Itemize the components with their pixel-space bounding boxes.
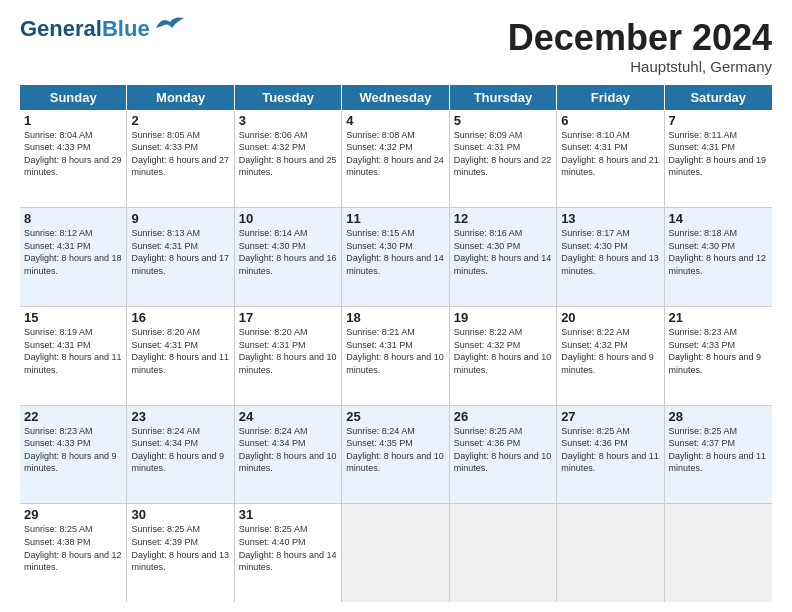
calendar-week-3: 15Sunrise: 8:19 AMSunset: 4:31 PMDayligh…: [20, 307, 772, 406]
cal-cell-3-4: 18Sunrise: 8:21 AMSunset: 4:31 PMDayligh…: [342, 307, 449, 405]
header-thursday: Thursday: [450, 85, 557, 110]
day-number: 30: [131, 507, 229, 522]
day-number: 19: [454, 310, 552, 325]
day-number: 23: [131, 409, 229, 424]
day-number: 28: [669, 409, 768, 424]
cal-cell-3-7: 21Sunrise: 8:23 AMSunset: 4:33 PMDayligh…: [665, 307, 772, 405]
cal-cell-4-7: 28Sunrise: 8:25 AMSunset: 4:37 PMDayligh…: [665, 406, 772, 504]
cal-cell-5-3: 31Sunrise: 8:25 AMSunset: 4:40 PMDayligh…: [235, 504, 342, 602]
cal-cell-4-6: 27Sunrise: 8:25 AMSunset: 4:36 PMDayligh…: [557, 406, 664, 504]
cal-cell-5-7: [665, 504, 772, 602]
day-number: 6: [561, 113, 659, 128]
day-number: 2: [131, 113, 229, 128]
cal-cell-5-4: [342, 504, 449, 602]
cell-info: Sunrise: 8:12 AMSunset: 4:31 PMDaylight:…: [24, 227, 122, 277]
cell-info: Sunrise: 8:08 AMSunset: 4:32 PMDaylight:…: [346, 129, 444, 179]
day-number: 14: [669, 211, 768, 226]
day-number: 13: [561, 211, 659, 226]
title-block: December 2024 Hauptstuhl, Germany: [508, 18, 772, 75]
day-number: 3: [239, 113, 337, 128]
header-tuesday: Tuesday: [235, 85, 342, 110]
cell-info: Sunrise: 8:13 AMSunset: 4:31 PMDaylight:…: [131, 227, 229, 277]
cell-info: Sunrise: 8:11 AMSunset: 4:31 PMDaylight:…: [669, 129, 768, 179]
calendar-week-1: 1Sunrise: 8:04 AMSunset: 4:33 PMDaylight…: [20, 110, 772, 209]
day-number: 17: [239, 310, 337, 325]
cell-info: Sunrise: 8:06 AMSunset: 4:32 PMDaylight:…: [239, 129, 337, 179]
header-friday: Friday: [557, 85, 664, 110]
header-monday: Monday: [127, 85, 234, 110]
cal-cell-1-2: 2Sunrise: 8:05 AMSunset: 4:33 PMDaylight…: [127, 110, 234, 208]
cal-cell-1-1: 1Sunrise: 8:04 AMSunset: 4:33 PMDaylight…: [20, 110, 127, 208]
cell-info: Sunrise: 8:04 AMSunset: 4:33 PMDaylight:…: [24, 129, 122, 179]
day-number: 10: [239, 211, 337, 226]
cell-info: Sunrise: 8:21 AMSunset: 4:31 PMDaylight:…: [346, 326, 444, 376]
cell-info: Sunrise: 8:20 AMSunset: 4:31 PMDaylight:…: [239, 326, 337, 376]
cal-cell-5-1: 29Sunrise: 8:25 AMSunset: 4:38 PMDayligh…: [20, 504, 127, 602]
cal-cell-3-2: 16Sunrise: 8:20 AMSunset: 4:31 PMDayligh…: [127, 307, 234, 405]
day-number: 22: [24, 409, 122, 424]
cal-cell-3-6: 20Sunrise: 8:22 AMSunset: 4:32 PMDayligh…: [557, 307, 664, 405]
cell-info: Sunrise: 8:25 AMSunset: 4:37 PMDaylight:…: [669, 425, 768, 475]
cell-info: Sunrise: 8:17 AMSunset: 4:30 PMDaylight:…: [561, 227, 659, 277]
cal-cell-1-6: 6Sunrise: 8:10 AMSunset: 4:31 PMDaylight…: [557, 110, 664, 208]
day-number: 21: [669, 310, 768, 325]
cal-cell-2-3: 10Sunrise: 8:14 AMSunset: 4:30 PMDayligh…: [235, 208, 342, 306]
day-number: 9: [131, 211, 229, 226]
cal-cell-3-5: 19Sunrise: 8:22 AMSunset: 4:32 PMDayligh…: [450, 307, 557, 405]
header-saturday: Saturday: [665, 85, 772, 110]
header-wednesday: Wednesday: [342, 85, 449, 110]
page: GeneralBlue December 2024 Hauptstuhl, Ge…: [0, 0, 792, 612]
cal-cell-1-5: 5Sunrise: 8:09 AMSunset: 4:31 PMDaylight…: [450, 110, 557, 208]
cal-cell-5-2: 30Sunrise: 8:25 AMSunset: 4:39 PMDayligh…: [127, 504, 234, 602]
cal-cell-1-4: 4Sunrise: 8:08 AMSunset: 4:32 PMDaylight…: [342, 110, 449, 208]
cell-info: Sunrise: 8:15 AMSunset: 4:30 PMDaylight:…: [346, 227, 444, 277]
calendar-title: December 2024: [508, 18, 772, 58]
day-number: 31: [239, 507, 337, 522]
cell-info: Sunrise: 8:25 AMSunset: 4:36 PMDaylight:…: [561, 425, 659, 475]
day-number: 25: [346, 409, 444, 424]
calendar-week-4: 22Sunrise: 8:23 AMSunset: 4:33 PMDayligh…: [20, 406, 772, 505]
cal-cell-1-3: 3Sunrise: 8:06 AMSunset: 4:32 PMDaylight…: [235, 110, 342, 208]
cal-cell-2-4: 11Sunrise: 8:15 AMSunset: 4:30 PMDayligh…: [342, 208, 449, 306]
cell-info: Sunrise: 8:25 AMSunset: 4:38 PMDaylight:…: [24, 523, 122, 573]
cal-cell-3-1: 15Sunrise: 8:19 AMSunset: 4:31 PMDayligh…: [20, 307, 127, 405]
cal-cell-2-5: 12Sunrise: 8:16 AMSunset: 4:30 PMDayligh…: [450, 208, 557, 306]
day-number: 27: [561, 409, 659, 424]
cal-cell-4-2: 23Sunrise: 8:24 AMSunset: 4:34 PMDayligh…: [127, 406, 234, 504]
day-number: 4: [346, 113, 444, 128]
calendar-week-2: 8Sunrise: 8:12 AMSunset: 4:31 PMDaylight…: [20, 208, 772, 307]
day-number: 24: [239, 409, 337, 424]
cell-info: Sunrise: 8:16 AMSunset: 4:30 PMDaylight:…: [454, 227, 552, 277]
cell-info: Sunrise: 8:25 AMSunset: 4:36 PMDaylight:…: [454, 425, 552, 475]
day-number: 29: [24, 507, 122, 522]
calendar: Sunday Monday Tuesday Wednesday Thursday…: [20, 85, 772, 602]
cal-cell-1-7: 7Sunrise: 8:11 AMSunset: 4:31 PMDaylight…: [665, 110, 772, 208]
header: GeneralBlue December 2024 Hauptstuhl, Ge…: [20, 18, 772, 75]
cal-cell-4-5: 26Sunrise: 8:25 AMSunset: 4:36 PMDayligh…: [450, 406, 557, 504]
logo: GeneralBlue: [20, 18, 186, 40]
cal-cell-2-2: 9Sunrise: 8:13 AMSunset: 4:31 PMDaylight…: [127, 208, 234, 306]
day-number: 8: [24, 211, 122, 226]
cell-info: Sunrise: 8:05 AMSunset: 4:33 PMDaylight:…: [131, 129, 229, 179]
cell-info: Sunrise: 8:20 AMSunset: 4:31 PMDaylight:…: [131, 326, 229, 376]
logo-bird-icon: [154, 14, 186, 36]
calendar-body: 1Sunrise: 8:04 AMSunset: 4:33 PMDaylight…: [20, 110, 772, 602]
day-number: 5: [454, 113, 552, 128]
calendar-header: Sunday Monday Tuesday Wednesday Thursday…: [20, 85, 772, 110]
day-number: 15: [24, 310, 122, 325]
cell-info: Sunrise: 8:10 AMSunset: 4:31 PMDaylight:…: [561, 129, 659, 179]
cal-cell-4-1: 22Sunrise: 8:23 AMSunset: 4:33 PMDayligh…: [20, 406, 127, 504]
day-number: 11: [346, 211, 444, 226]
cell-info: Sunrise: 8:24 AMSunset: 4:34 PMDaylight:…: [239, 425, 337, 475]
cell-info: Sunrise: 8:25 AMSunset: 4:40 PMDaylight:…: [239, 523, 337, 573]
cell-info: Sunrise: 8:24 AMSunset: 4:35 PMDaylight:…: [346, 425, 444, 475]
cal-cell-2-6: 13Sunrise: 8:17 AMSunset: 4:30 PMDayligh…: [557, 208, 664, 306]
cal-cell-3-3: 17Sunrise: 8:20 AMSunset: 4:31 PMDayligh…: [235, 307, 342, 405]
header-sunday: Sunday: [20, 85, 127, 110]
day-number: 26: [454, 409, 552, 424]
logo-text: GeneralBlue: [20, 18, 150, 40]
cell-info: Sunrise: 8:23 AMSunset: 4:33 PMDaylight:…: [24, 425, 122, 475]
cell-info: Sunrise: 8:25 AMSunset: 4:39 PMDaylight:…: [131, 523, 229, 573]
calendar-week-5: 29Sunrise: 8:25 AMSunset: 4:38 PMDayligh…: [20, 504, 772, 602]
cell-info: Sunrise: 8:09 AMSunset: 4:31 PMDaylight:…: [454, 129, 552, 179]
